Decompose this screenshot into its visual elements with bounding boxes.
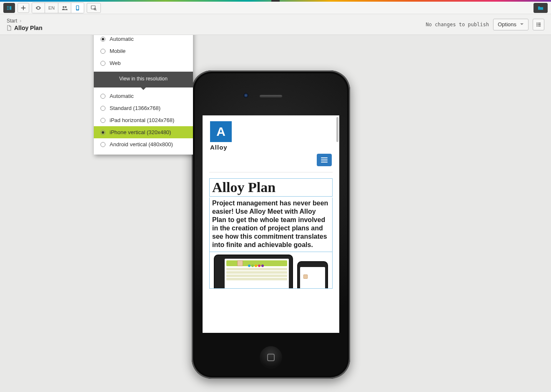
device-home-button[interactable] (260, 346, 282, 369)
assets-pane-toggle[interactable] (533, 3, 548, 13)
radio-icon (100, 142, 105, 147)
radio-icon (100, 49, 105, 54)
logo-mark: A (210, 121, 232, 142)
resolution-option[interactable]: Automatic (94, 90, 193, 102)
resolution-option-label: Standard (1366x768) (110, 105, 160, 111)
chevron-down-icon (520, 21, 524, 27)
main-toolbar: EN (0, 2, 551, 14)
device-frame-iphone: A Alloy Alloy Plan Project management ha… (192, 70, 350, 379)
language-selector[interactable]: EN (45, 3, 58, 13)
visitor-groups-icon[interactable] (58, 3, 71, 13)
editable-image-region[interactable] (209, 252, 333, 289)
radio-icon (100, 37, 105, 42)
svg-point-6 (536, 22, 537, 23)
illustration-tablet (214, 255, 293, 289)
svg-rect-3 (91, 5, 95, 9)
view-mode-group: EN (32, 2, 84, 13)
resolution-option[interactable]: Android vertical (480x800) (94, 138, 193, 150)
svg-rect-7 (538, 22, 541, 23)
channel-option-label: Mobile (110, 48, 125, 54)
properties-toggle-button[interactable] (533, 19, 544, 30)
preview-eye-icon[interactable] (32, 3, 45, 13)
channel-options: AutomaticMobileWeb (94, 35, 193, 72)
resolution-option-label: Android vertical (480x800) (110, 141, 173, 147)
resolution-option[interactable]: iPad horizontal (1024x768) (94, 114, 193, 126)
page-header-bar: Start › Alloy Plan No changes to publish… (0, 14, 551, 35)
channel-option[interactable]: Automatic (94, 35, 193, 45)
resolution-option-label: Automatic (110, 93, 134, 99)
editable-title-region[interactable]: Alloy Plan (209, 178, 333, 197)
preview-canvas: Select a channel AutomaticMobileWeb View… (0, 35, 551, 392)
channel-option-label: Web (110, 60, 121, 66)
svg-rect-11 (538, 25, 541, 26)
illustration-phone (297, 261, 328, 289)
divider (209, 172, 333, 172)
mobile-menu-button[interactable] (317, 154, 332, 166)
chevron-right-icon: › (20, 18, 21, 24)
svg-rect-1 (77, 6, 78, 9)
radio-icon (100, 61, 105, 66)
preview-page: A Alloy Alloy Plan Project management ha… (203, 115, 339, 333)
svg-line-5 (96, 10, 97, 10)
svg-point-10 (536, 25, 537, 26)
resolution-options: AutomaticStandard (1366x768)iPad horizon… (94, 87, 193, 155)
page-intro-text: Project management has never been easier… (212, 199, 330, 249)
radio-icon (100, 94, 105, 99)
editable-intro-region[interactable]: Project management has never been easier… (209, 197, 333, 252)
page-title: Alloy Plan (7, 25, 43, 31)
radio-icon (100, 118, 105, 123)
navigation-pane-toggle[interactable] (3, 3, 15, 13)
logo-letter: A (216, 125, 225, 139)
svg-point-8 (536, 24, 537, 25)
options-label: Options (498, 21, 516, 27)
preview-header: A Alloy (203, 115, 339, 170)
device-screen: A Alloy Alloy Plan Project management ha… (203, 115, 339, 333)
radio-icon (100, 106, 105, 111)
breadcrumb[interactable]: Start › (7, 18, 43, 24)
page-heading: Alloy Plan (212, 180, 330, 195)
resolution-option-label: iPad horizontal (1024x768) (110, 117, 174, 123)
svg-point-2 (77, 9, 78, 10)
resolution-option[interactable]: Standard (1366x768) (94, 102, 193, 114)
logo-text: Alloy (210, 144, 228, 151)
channel-option[interactable]: Web (94, 57, 193, 69)
resolution-header: View in this resolution (94, 72, 193, 87)
preview-scrollbar[interactable] (336, 117, 338, 142)
resolution-option-label: iPhone vertical (320x480) (110, 129, 171, 135)
channel-option-label: Automatic (110, 36, 134, 42)
device-preview-icon[interactable] (71, 3, 84, 13)
search-button[interactable] (87, 3, 101, 13)
add-content-button[interactable] (18, 3, 29, 13)
page-icon (7, 25, 12, 31)
page-title-text: Alloy Plan (14, 25, 43, 31)
radio-icon (100, 130, 105, 135)
publish-options-button[interactable]: Options (493, 19, 528, 30)
resolution-option[interactable]: iPhone vertical (320x480) (94, 126, 193, 138)
publish-status: No changes to publish (426, 22, 489, 27)
channel-resolution-dropdown: Select a channel AutomaticMobileWeb View… (94, 35, 193, 155)
device-camera (243, 93, 248, 98)
channel-option[interactable]: Mobile (94, 45, 193, 57)
site-logo[interactable]: A Alloy (210, 121, 232, 151)
svg-rect-9 (538, 24, 541, 25)
breadcrumb-root[interactable]: Start (7, 18, 17, 24)
device-speaker (259, 95, 283, 98)
